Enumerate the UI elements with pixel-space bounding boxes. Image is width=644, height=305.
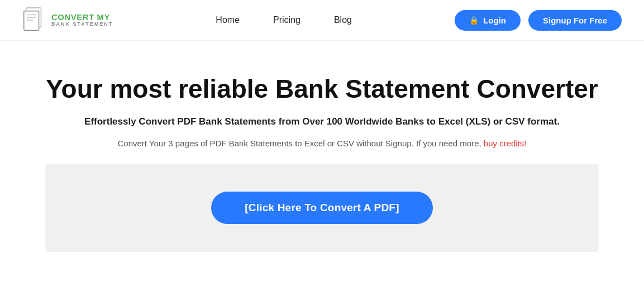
logo-tagline: BANK STATEMENT <box>51 22 113 27</box>
logo-text: CONVERT MY BANK STATEMENT <box>51 13 113 27</box>
upload-area: [Click Here To Convert A PDF] <box>45 164 599 252</box>
logo: CONVERT MY BANK STATEMENT <box>22 7 113 34</box>
cta-text-prefix: Convert Your 3 pages of PDF Bank Stateme… <box>117 139 481 148</box>
nav-pricing[interactable]: Pricing <box>273 15 300 25</box>
main-title: Your most reliable Bank Statement Conver… <box>22 74 622 104</box>
signup-button[interactable]: Signup For Free <box>528 10 622 31</box>
main-content: Your most reliable Bank Statement Conver… <box>0 41 644 252</box>
login-label: Login <box>483 16 506 25</box>
login-button[interactable]: 🔒 Login <box>455 10 521 31</box>
logo-icon <box>22 7 46 34</box>
svg-rect-7 <box>27 20 34 21</box>
buy-credits-link[interactable]: buy credits! <box>484 139 527 148</box>
header-actions: 🔒 Login Signup For Free <box>455 10 622 31</box>
convert-button[interactable]: [Click Here To Convert A PDF] <box>211 192 432 224</box>
main-cta-text: Convert Your 3 pages of PDF Bank Stateme… <box>22 139 622 148</box>
main-subtitle: Effortlessly Convert PDF Bank Statements… <box>22 116 622 127</box>
nav-home[interactable]: Home <box>216 15 240 25</box>
svg-rect-6 <box>27 17 36 18</box>
logo-brand-name: CONVERT MY <box>51 13 113 22</box>
site-header: CONVERT MY BANK STATEMENT Home Pricing B… <box>0 0 644 41</box>
lock-icon: 🔒 <box>469 16 479 25</box>
nav-blog[interactable]: Blog <box>334 15 352 25</box>
main-nav: Home Pricing Blog <box>216 15 352 25</box>
svg-rect-5 <box>27 14 36 15</box>
